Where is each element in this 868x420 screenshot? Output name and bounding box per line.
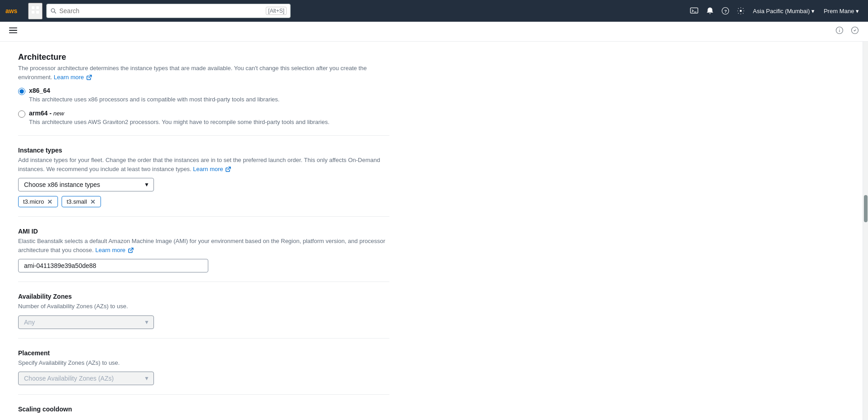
region-selector[interactable]: Asia Pacific (Mumbai) ▾ xyxy=(749,5,818,17)
ami-id-title: AMI ID xyxy=(18,228,389,235)
ami-id-learn-more[interactable]: Learn more xyxy=(96,247,134,253)
availability-zones-title: Availability Zones xyxy=(18,293,389,300)
svg-point-17 xyxy=(839,29,840,29)
scrollbar[interactable] xyxy=(863,42,868,420)
architecture-section: Architecture The processor architecture … xyxy=(18,52,389,126)
ami-id-desc: Elastic Beanstalk selects a default Amaz… xyxy=(18,237,389,254)
architecture-option-arm64[interactable]: arm64 - new This architecture uses AWS G… xyxy=(18,110,389,127)
help-icon[interactable]: ? xyxy=(719,4,732,18)
instance-types-title: Instance types xyxy=(18,147,389,154)
svg-rect-3 xyxy=(32,11,34,14)
section-divider-1 xyxy=(18,135,389,136)
placement-select[interactable]: Choose Availability Zones (AZs) xyxy=(18,372,154,385)
instance-types-desc: Add instance types for your fleet. Chang… xyxy=(18,156,389,173)
t3small-label: t3.small xyxy=(67,198,87,205)
x86-desc: This architecture uses x86 processors an… xyxy=(29,95,279,104)
top-navigation: aws [Alt+S] xyxy=(0,0,868,22)
t3micro-label: t3.micro xyxy=(23,198,44,205)
notifications-icon[interactable] xyxy=(703,4,717,18)
section-divider-2 xyxy=(18,216,389,217)
instance-types-section: Instance types Add instance types for yo… xyxy=(18,147,389,207)
architecture-option-x86[interactable]: x86_64 This architecture uses x86 proces… xyxy=(18,87,389,104)
svg-rect-2 xyxy=(36,6,39,9)
architecture-learn-more[interactable]: Learn more xyxy=(54,74,92,81)
search-shortcut: [Alt+S] xyxy=(266,7,287,15)
external-link-icon xyxy=(86,75,92,80)
svg-line-6 xyxy=(54,12,56,14)
svg-rect-4 xyxy=(36,11,39,14)
architecture-desc: The processor architecture determines th… xyxy=(18,64,389,81)
form-section: Architecture The processor architecture … xyxy=(0,42,408,420)
info-icon[interactable] xyxy=(834,24,845,38)
hamburger-menu[interactable] xyxy=(7,24,19,38)
svg-rect-1 xyxy=(32,6,34,9)
architecture-radio-group: x86_64 This architecture uses x86 proces… xyxy=(18,87,389,126)
architecture-title: Architecture xyxy=(18,52,389,62)
cloudshell-icon-nav[interactable] xyxy=(687,4,701,18)
instance-types-learn-more[interactable]: Learn more xyxy=(193,166,231,172)
scrollbar-thumb[interactable] xyxy=(864,195,868,222)
arm64-label: arm64 - new xyxy=(29,110,330,117)
svg-point-5 xyxy=(51,9,55,12)
user-menu[interactable]: Prem Mane ▾ xyxy=(820,5,863,17)
svg-point-11 xyxy=(740,10,742,12)
ami-learn-more-icon xyxy=(128,248,134,253)
ami-id-section: AMI ID Elastic Beanstalk selects a defau… xyxy=(18,228,389,272)
availability-zones-dropdown-wrapper[interactable]: Any ▼ xyxy=(18,315,154,329)
placement-title: Placement xyxy=(18,349,389,357)
scaling-cooldown-title: Scaling cooldown xyxy=(18,406,389,413)
secondary-navigation xyxy=(0,22,868,42)
arm64-desc: This architecture uses AWS Graviton2 pro… xyxy=(29,118,330,127)
x86-label: x86_64 xyxy=(29,87,279,94)
t3small-remove[interactable]: ✕ xyxy=(90,199,96,205)
search-icon xyxy=(50,8,57,14)
availability-zones-desc: Number of Availability Zones (AZs) to us… xyxy=(18,302,389,311)
instance-types-dropdown-wrapper[interactable]: Choose x86 instance types ▼ xyxy=(18,178,154,191)
search-box[interactable]: [Alt+S] xyxy=(46,4,291,18)
architecture-radio-arm64[interactable] xyxy=(18,110,25,118)
secondary-nav-right xyxy=(834,24,861,38)
section-divider-5 xyxy=(18,394,389,395)
section-divider-4 xyxy=(18,338,389,339)
ami-id-input[interactable] xyxy=(18,259,208,272)
content-area: Architecture The processor architecture … xyxy=(0,42,863,420)
instance-types-external-link-icon xyxy=(225,167,231,172)
placement-dropdown-wrapper[interactable]: Choose Availability Zones (AZs) ▼ xyxy=(18,372,154,385)
svg-rect-7 xyxy=(691,8,698,13)
settings-panel-icon[interactable] xyxy=(849,24,861,38)
placement-desc: Specify Availability Zones (AZs) to use. xyxy=(18,358,389,368)
section-divider-3 xyxy=(18,282,389,282)
availability-zones-section: Availability Zones Number of Availabilit… xyxy=(18,293,389,329)
architecture-radio-x86[interactable] xyxy=(18,88,25,95)
main-wrapper: Architecture The processor architecture … xyxy=(0,42,868,420)
search-input[interactable] xyxy=(59,7,263,14)
svg-rect-13 xyxy=(9,30,17,31)
placement-section: Placement Specify Availability Zones (AZ… xyxy=(18,349,389,386)
svg-rect-12 xyxy=(9,28,17,29)
apps-grid-icon[interactable] xyxy=(28,3,43,19)
settings-icon[interactable] xyxy=(734,4,748,18)
nav-right-icons: ? Asia Pacific (Mumbai) ▾ Prem Mane ▾ xyxy=(687,4,863,18)
instance-tag-t3small: t3.small ✕ xyxy=(62,196,101,207)
svg-text:aws: aws xyxy=(5,7,18,14)
aws-logo[interactable]: aws xyxy=(5,5,23,16)
svg-rect-14 xyxy=(9,33,17,33)
instance-tag-t3micro: t3.micro ✕ xyxy=(18,196,58,207)
t3micro-remove[interactable]: ✕ xyxy=(47,199,53,205)
instance-types-select[interactable]: Choose x86 instance types xyxy=(18,178,154,191)
instance-tags: t3.micro ✕ t3.small ✕ xyxy=(18,196,389,207)
scaling-cooldown-section: Scaling cooldown xyxy=(18,406,389,413)
svg-text:?: ? xyxy=(724,9,727,14)
availability-zones-select[interactable]: Any xyxy=(18,315,154,329)
